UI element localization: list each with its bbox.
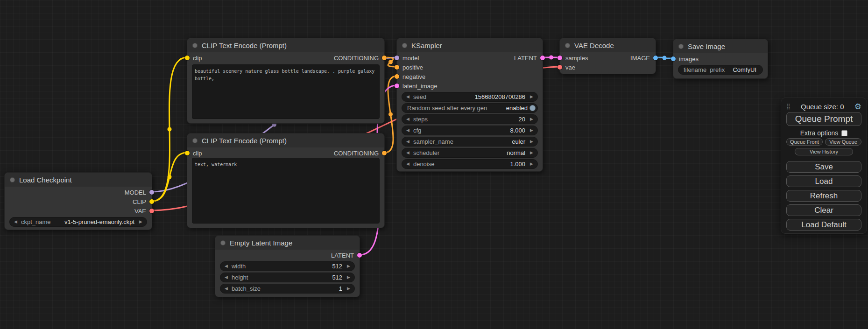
negative-input-label: negative bbox=[402, 73, 425, 80]
link-midpoint-dot[interactable] bbox=[663, 56, 667, 60]
vae-output-slot[interactable] bbox=[149, 209, 154, 213]
widget-value: normal bbox=[507, 149, 525, 156]
slot-row: clip CONDITIONING bbox=[187, 148, 384, 158]
positive-input-slot[interactable] bbox=[395, 65, 399, 70]
clip-input-slot[interactable] bbox=[185, 56, 190, 60]
seed-widget[interactable]: ◀ seed 156680208700286 ▶ bbox=[402, 92, 538, 102]
vae-input-slot[interactable] bbox=[557, 65, 562, 70]
image-output-slot[interactable] bbox=[653, 56, 658, 60]
node-title-bar[interactable]: KSampler bbox=[397, 38, 543, 52]
output-slot-row: MODEL bbox=[5, 188, 152, 197]
view-history-button[interactable]: View History bbox=[795, 148, 854, 155]
increment-arrow-icon[interactable]: ▶ bbox=[139, 220, 142, 224]
decrement-arrow-icon[interactable]: ◀ bbox=[406, 95, 409, 99]
queue-front-button[interactable]: Queue Front bbox=[786, 138, 823, 146]
widget-value: v1-5-pruned-emaonly.ckpt bbox=[64, 218, 134, 225]
batch-size-widget[interactable]: ◀ batch_size 1 ▶ bbox=[220, 284, 355, 294]
increment-arrow-icon[interactable]: ▶ bbox=[347, 287, 350, 291]
node-clip-text-encode-positive[interactable]: CLIP Text Encode (Prompt) clip CONDITION… bbox=[187, 38, 385, 124]
decrement-arrow-icon[interactable]: ◀ bbox=[406, 151, 409, 155]
link-midpoint-dot[interactable] bbox=[388, 60, 393, 64]
extra-options-checkbox[interactable] bbox=[841, 130, 847, 136]
toggle-knob[interactable] bbox=[529, 105, 536, 111]
collapse-toggle-icon[interactable] bbox=[402, 43, 407, 48]
decrement-arrow-icon[interactable]: ◀ bbox=[225, 287, 228, 291]
increment-arrow-icon[interactable]: ▶ bbox=[530, 140, 533, 144]
clear-button[interactable]: Clear bbox=[786, 204, 861, 216]
model-input-slot[interactable] bbox=[395, 56, 399, 60]
increment-arrow-icon[interactable]: ▶ bbox=[530, 151, 533, 155]
clip-output-slot[interactable] bbox=[149, 199, 154, 204]
link-midpoint-dot[interactable] bbox=[388, 112, 393, 117]
node-load-checkpoint[interactable]: Load Checkpoint MODEL CLIP VAE ◀ ckpt_na… bbox=[4, 172, 152, 230]
conditioning-output-slot[interactable] bbox=[382, 56, 387, 60]
decrement-arrow-icon[interactable]: ◀ bbox=[406, 117, 409, 121]
width-widget[interactable]: ◀ width 512 ▶ bbox=[220, 261, 355, 271]
node-ksampler[interactable]: KSampler model LATENT positive negative … bbox=[396, 38, 543, 172]
link-midpoint-dot[interactable] bbox=[549, 56, 553, 60]
node-title-bar[interactable]: CLIP Text Encode (Prompt) bbox=[187, 38, 384, 52]
clip-input-slot[interactable] bbox=[185, 151, 190, 155]
decrement-arrow-icon[interactable]: ◀ bbox=[14, 220, 17, 224]
negative-input-slot[interactable] bbox=[395, 74, 399, 79]
drag-handle-icon[interactable]: ⣿ bbox=[786, 103, 790, 110]
decrement-arrow-icon[interactable]: ◀ bbox=[406, 140, 409, 144]
height-widget[interactable]: ◀ height 512 ▶ bbox=[220, 273, 355, 282]
link-midpoint-dot[interactable] bbox=[168, 175, 172, 179]
increment-arrow-icon[interactable]: ▶ bbox=[530, 162, 533, 166]
random-seed-toggle-widget[interactable]: Random seed after every gen enabled bbox=[402, 103, 538, 113]
latent-output-slot[interactable] bbox=[357, 253, 362, 258]
increment-arrow-icon[interactable]: ▶ bbox=[530, 128, 533, 133]
save-button[interactable]: Save bbox=[786, 161, 861, 173]
model-output-slot[interactable] bbox=[149, 190, 154, 195]
prompt-textarea[interactable]: beautiful scenery nature glass bottle la… bbox=[192, 64, 380, 119]
denoise-widget[interactable]: ◀ denoise 1.000 ▶ bbox=[402, 159, 538, 169]
prompt-textarea[interactable]: text, watermark bbox=[192, 158, 380, 224]
ckpt-name-widget[interactable]: ◀ ckpt_name v1-5-pruned-emaonly.ckpt ▶ bbox=[9, 217, 147, 227]
node-title-bar[interactable]: Empty Latent Image bbox=[215, 236, 360, 250]
view-queue-button[interactable]: View Queue bbox=[825, 138, 861, 146]
positive-input-label: positive bbox=[402, 64, 423, 71]
node-vae-decode[interactable]: VAE Decode samples IMAGE vae bbox=[559, 38, 656, 74]
node-title-bar[interactable]: Load Checkpoint bbox=[5, 173, 152, 187]
collapse-toggle-icon[interactable] bbox=[10, 177, 15, 182]
increment-arrow-icon[interactable]: ▶ bbox=[347, 264, 350, 268]
load-default-button[interactable]: Load Default bbox=[786, 219, 861, 231]
collapse-toggle-icon[interactable] bbox=[192, 138, 198, 143]
scheduler-widget[interactable]: ◀ scheduler normal ▶ bbox=[402, 148, 538, 158]
node-title-bar[interactable]: VAE Decode bbox=[560, 38, 656, 52]
decrement-arrow-icon[interactable]: ◀ bbox=[406, 128, 409, 133]
link-midpoint-dot[interactable] bbox=[168, 127, 172, 132]
conditioning-output-slot[interactable] bbox=[382, 151, 387, 155]
node-title: Save Image bbox=[688, 42, 725, 50]
collapse-toggle-icon[interactable] bbox=[220, 240, 226, 245]
queue-prompt-button[interactable]: Queue Prompt bbox=[786, 112, 861, 126]
images-input-slot[interactable] bbox=[671, 56, 676, 61]
collapse-toggle-icon[interactable] bbox=[678, 44, 684, 49]
decrement-arrow-icon[interactable]: ◀ bbox=[225, 264, 228, 268]
samples-input-slot[interactable] bbox=[557, 56, 562, 60]
latent-image-input-slot[interactable] bbox=[395, 84, 399, 88]
decrement-arrow-icon[interactable]: ◀ bbox=[406, 162, 409, 166]
increment-arrow-icon[interactable]: ▶ bbox=[530, 95, 533, 99]
steps-widget[interactable]: ◀ steps 20 ▶ bbox=[402, 114, 538, 124]
settings-gear-icon[interactable]: ⚙ bbox=[854, 103, 861, 111]
sampler-name-widget[interactable]: ◀ sampler_name euler ▶ bbox=[402, 137, 538, 147]
node-title-bar[interactable]: Save Image bbox=[673, 39, 768, 53]
slot-row: model LATENT bbox=[397, 53, 543, 63]
cfg-widget[interactable]: ◀ cfg 8.000 ▶ bbox=[402, 126, 538, 135]
increment-arrow-icon[interactable]: ▶ bbox=[347, 275, 350, 280]
collapse-toggle-icon[interactable] bbox=[192, 43, 198, 48]
filename-prefix-widget[interactable]: filename_prefix ComfyUI bbox=[678, 65, 763, 75]
node-save-image[interactable]: Save Image images filename_prefix ComfyU… bbox=[673, 39, 768, 79]
collapse-toggle-icon[interactable] bbox=[565, 43, 570, 48]
decrement-arrow-icon[interactable]: ◀ bbox=[225, 275, 228, 280]
node-empty-latent-image[interactable]: Empty Latent Image LATENT ◀ width 512 ▶ … bbox=[215, 235, 360, 297]
graph-canvas[interactable]: { "icons": { "left_arrow": "◀", "right_a… bbox=[0, 0, 868, 329]
node-clip-text-encode-negative[interactable]: CLIP Text Encode (Prompt) clip CONDITION… bbox=[187, 133, 385, 228]
load-button[interactable]: Load bbox=[786, 175, 861, 187]
increment-arrow-icon[interactable]: ▶ bbox=[530, 117, 533, 121]
node-title-bar[interactable]: CLIP Text Encode (Prompt) bbox=[187, 133, 384, 147]
latent-output-slot[interactable] bbox=[540, 56, 545, 60]
refresh-button[interactable]: Refresh bbox=[786, 190, 861, 202]
